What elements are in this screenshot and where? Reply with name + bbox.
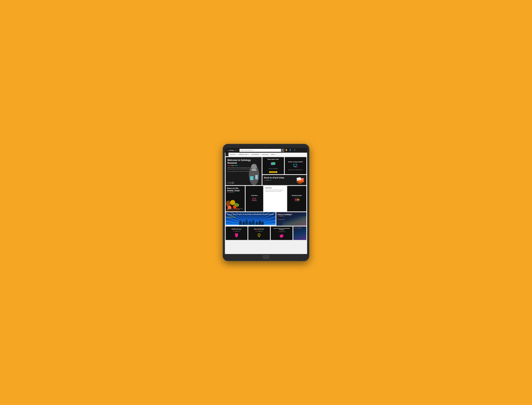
svg-rect-3 [250, 176, 253, 180]
account-icon-btn[interactable]: 👤 Account [289, 149, 292, 152]
save-weekly-title: Save on the weekly shop! [227, 187, 243, 192]
yellow-underline [231, 165, 234, 166]
pink-underline [228, 165, 231, 166]
svg-rect-57 [281, 237, 282, 238]
user-icon: 👤 [289, 149, 291, 151]
thumbnail-strip [227, 182, 234, 184]
hero-person-figure [246, 162, 262, 185]
smarttech-icon-card[interactable]: SmartTech [246, 186, 263, 211]
crowd-svg [226, 219, 276, 225]
piggy-svg [279, 233, 284, 238]
chevron-down-icon: ▼ [248, 154, 249, 155]
cb-pink [278, 216, 280, 216]
westfield-logo-icon: W H [294, 197, 299, 203]
dine-card[interactable]: Dine out for less [248, 226, 270, 240]
main-content: Welcome to Sofology Rewards #[FIRST_NAME… [225, 156, 307, 254]
cb-yellow [267, 180, 269, 180]
nav-cycletowork[interactable]: CycleToWork™ [250, 153, 261, 156]
smarttech-desc-text: Get you hands on the latest tech today a… [265, 189, 285, 192]
cb-blue [261, 231, 263, 231]
cb-blue [232, 192, 234, 192]
piggy-icon [279, 233, 284, 239]
cb-pink [227, 216, 229, 216]
voucher-colorbar [278, 232, 285, 232]
westfield-card[interactable]: Westfield Health W H [287, 186, 306, 211]
holiday-title: Fancy a holiday? [278, 213, 305, 216]
svg-rect-32 [252, 200, 257, 201]
svg-point-37 [242, 221, 245, 225]
svg-rect-11 [294, 167, 296, 167]
fashion-title: Fashion for less [232, 228, 242, 230]
logo[interactable]: My sofology rewards [226, 149, 238, 152]
clothing-svg [234, 233, 239, 238]
easy-saver-subtitle: One card, 40 retailers! [269, 168, 278, 169]
learn-more-button[interactable]: LEARN MORE [269, 171, 277, 173]
monitor-svg [293, 163, 298, 168]
tablet-camera [265, 146, 267, 147]
cb-blue [283, 232, 285, 232]
holiday-bottom-card[interactable]: We have a wide [293, 226, 306, 240]
entertainment-colorbar [227, 216, 274, 216]
smarttech-desc-card[interactable]: SmartTech Get you hands on the latest te… [264, 186, 286, 211]
favourites-icon-btn[interactable]: ☆ Favourites [297, 149, 302, 152]
smarttech-desc-title: SmartTech [265, 187, 285, 189]
ecard-visual: Thank you! [295, 176, 305, 184]
chevron-down-icon: ▼ [275, 154, 276, 155]
nav-discounts[interactable]: Discounts ▼ [228, 153, 237, 156]
fashion-colorbar [233, 231, 240, 231]
easy-saver-card[interactable]: Easy Saver Card One card, 40 retailers! … [263, 157, 284, 174]
cb-yellow [229, 216, 232, 216]
laptop-icon [252, 197, 257, 203]
holiday-lights [282, 216, 306, 226]
hero-card[interactable]: Welcome to Sofology Rewards #[FIRST_NAME… [226, 157, 262, 185]
smarttech-title: SmartTech [251, 195, 258, 196]
dine-title: Dine out for less [254, 228, 264, 230]
svg-point-54 [283, 235, 283, 235]
cb-yellow [280, 232, 283, 232]
svg-rect-4 [255, 175, 258, 179]
svg-rect-2 [251, 169, 256, 171]
search-input[interactable] [240, 149, 281, 152]
cb-pink [256, 231, 258, 231]
cb-blue [269, 180, 271, 180]
ecard-card[interactable]: Send an eCard today [263, 175, 306, 185]
svg-rect-10 [295, 167, 296, 167]
header: My sofology rewards 🔍 🔔 Alerts 👤 Account [225, 148, 307, 153]
header-icons: 🔔 Alerts 👤 Account 🛒 Basket ☆ Favourites… [285, 149, 306, 152]
svg-text:H: H [297, 198, 299, 202]
alerts-icon-btn[interactable]: 🔔 Alerts [285, 149, 287, 152]
svg-rect-7 [271, 162, 275, 165]
nav-send-card[interactable]: Send a card [261, 153, 270, 156]
cb-pink [227, 192, 229, 192]
svg-rect-13 [297, 166, 297, 167]
cashback-card[interactable]: Prefer to shop online? Take a look at [285, 157, 306, 174]
cards-svg [271, 161, 276, 166]
cb-pink [233, 231, 235, 231]
row4-grid: Fashion for less [226, 226, 306, 240]
nav-extras[interactable]: Extras ▼ [270, 153, 277, 156]
entertainment-card[interactable]: If you are stuck for ideas, we have load… [226, 212, 276, 225]
holiday-card[interactable]: Fancy a holiday? We have a wide [276, 212, 306, 226]
dining-icon [256, 233, 262, 238]
home-button[interactable] [263, 255, 269, 259]
svg-point-41 [256, 221, 258, 225]
support-label: Support [303, 151, 306, 152]
cb-pink [278, 232, 280, 232]
basket-icon-btn[interactable]: 🛒 Basket [293, 149, 296, 152]
nav-wellbeing[interactable]: Wellbeing Centre ▼ [238, 153, 250, 156]
cb-yellow [229, 192, 232, 192]
support-icon-btn[interactable]: ⓘ Support [303, 149, 306, 152]
entertainment-text: If you are stuck for ideas, we have load… [227, 213, 274, 215]
voucher-card[interactable]: Save on the spot, with Instant Vouchers [271, 226, 293, 240]
entertainment-link[interactable]: Start planning now >> [227, 216, 274, 217]
fashion-card[interactable]: Fashion for less [226, 226, 248, 240]
westfield-title: Westfield Health [292, 195, 302, 196]
search-bar: 🔍 [239, 149, 284, 152]
dine-colorbar [256, 231, 263, 231]
chevron-down-icon: ▼ [235, 154, 236, 155]
home-nav-button[interactable]: ⌂ [225, 153, 228, 156]
cb-blue [232, 216, 234, 216]
dining-svg [256, 233, 262, 238]
search-button[interactable]: 🔍 [281, 149, 284, 152]
save-weekly-card[interactable]: Save on the weekly shop! [226, 186, 245, 211]
